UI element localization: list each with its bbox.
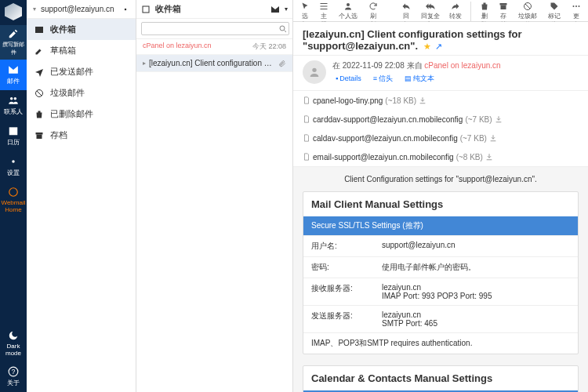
svg-point-13 bbox=[347, 3, 350, 6]
config-title: Client Configuration settings for "suppo… bbox=[303, 175, 579, 183]
plaintext-toggle[interactable]: ▤ 纯文本 bbox=[401, 74, 437, 84]
svg-rect-2 bbox=[9, 127, 18, 135]
message-list-pane: 收件箱 ▾ cPanel on lezaiyun.cn今天 22:08 ▸ [l… bbox=[136, 0, 293, 392]
cursor-icon bbox=[300, 2, 310, 11]
nav-contacts[interactable]: 联系人 bbox=[0, 90, 27, 121]
account-gear-icon[interactable] bbox=[122, 5, 129, 13]
calendar-icon bbox=[8, 125, 19, 136]
user-icon bbox=[343, 2, 353, 11]
nav-mail[interactable]: 邮件 bbox=[0, 60, 27, 90]
headers-toggle[interactable]: ≡ 信头 bbox=[370, 74, 396, 84]
avatar-icon bbox=[308, 66, 321, 78]
message-subject: [lezaiyun.cn] Client configuration setti… bbox=[149, 59, 275, 67]
nav-darkmode[interactable]: Dark mode bbox=[0, 325, 27, 361]
folder-junk[interactable]: 垃圾邮件 bbox=[27, 82, 136, 103]
message-view: 选择 主题 个人选项 刷新 回复 回复全部 转发▾ 删除 存档 垃圾邮件 标记为… bbox=[293, 0, 588, 392]
spam-icon bbox=[523, 2, 532, 11]
sender-name[interactable]: cPanel on lezaiyun.cn bbox=[424, 61, 500, 70]
compose-icon[interactable] bbox=[270, 5, 280, 14]
panel-title: Calendar & Contacts Manual Settings bbox=[303, 366, 578, 390]
tag-icon bbox=[550, 2, 559, 11]
compose-button[interactable]: 撰写新邮件 bbox=[0, 25, 27, 60]
main-toolbar: 选择 主题 个人选项 刷新 回复 回复全部 转发▾ 删除 存档 垃圾邮件 标记为… bbox=[293, 0, 588, 22]
archive-action-icon bbox=[499, 2, 508, 11]
attachment-item[interactable]: cpanel-logo-tiny.png(~18 KB) bbox=[303, 96, 426, 105]
subject-row: [lezaiyun.cn] Client configuration setti… bbox=[293, 22, 588, 56]
svg-point-4 bbox=[9, 188, 18, 197]
svg-rect-10 bbox=[37, 134, 42, 139]
nav-settings[interactable]: 设置 bbox=[0, 151, 27, 182]
file-icon bbox=[303, 152, 310, 162]
chevron-down-icon: ▾ bbox=[33, 5, 36, 13]
file-icon bbox=[303, 96, 310, 105]
folder-archive[interactable]: 存档 bbox=[27, 125, 136, 146]
open-external-icon[interactable]: ↗ bbox=[435, 42, 442, 51]
svg-text:?: ? bbox=[12, 368, 16, 376]
svg-rect-9 bbox=[36, 132, 43, 135]
svg-point-20 bbox=[312, 68, 316, 72]
message-group-header: cPanel on lezaiyun.cn今天 22:08 bbox=[136, 39, 292, 55]
svg-rect-15 bbox=[500, 5, 506, 10]
paperclip-icon bbox=[278, 60, 286, 67]
attachment-item[interactable]: email-support@lezaiyun.cn.mobileconfig(~… bbox=[303, 152, 493, 162]
nav-about[interactable]: ? 关于 bbox=[0, 361, 27, 392]
file-icon bbox=[303, 133, 310, 143]
svg-point-3 bbox=[12, 160, 15, 163]
pencil-icon bbox=[8, 28, 19, 39]
download-icon[interactable] bbox=[495, 115, 503, 123]
svg-point-12 bbox=[280, 26, 285, 31]
download-icon[interactable] bbox=[489, 134, 497, 142]
nav-webmail-home[interactable]: Webmail Home bbox=[0, 182, 27, 218]
help-icon: ? bbox=[8, 366, 19, 377]
svg-rect-14 bbox=[499, 3, 506, 5]
account-address: support@lezaiyun.cn bbox=[41, 5, 117, 13]
message-item[interactable]: ▸ [lezaiyun.cn] Client configuration set… bbox=[136, 55, 292, 72]
junk-icon bbox=[34, 89, 44, 98]
attachment-item[interactable]: carddav-support@lezaiyun.cn.mobileconfig… bbox=[303, 114, 503, 124]
download-icon[interactable] bbox=[485, 153, 493, 161]
details-toggle[interactable]: ▪ Details bbox=[332, 74, 365, 82]
folder-pane: ▾ support@lezaiyun.cn 收件箱 草稿箱 已发送邮件 垃圾邮件… bbox=[27, 0, 136, 392]
folder-inbox[interactable]: 收件箱 bbox=[27, 19, 136, 40]
more-icon bbox=[572, 2, 581, 11]
download-icon[interactable] bbox=[419, 96, 426, 104]
nav-calendar[interactable]: 日历 bbox=[0, 121, 27, 151]
archive-icon bbox=[34, 131, 44, 140]
gear-icon bbox=[8, 156, 19, 167]
mail-settings-panel: Mail Client Manual Settings Secure SSL/T… bbox=[303, 191, 579, 354]
folder-sent[interactable]: 已发送邮件 bbox=[27, 61, 136, 82]
draft-icon bbox=[34, 46, 44, 56]
svg-point-19 bbox=[578, 5, 579, 7]
panel-band: Secure SSL/TLS Settings (推荐) bbox=[303, 216, 578, 235]
search-icon[interactable] bbox=[278, 24, 288, 34]
forward-icon bbox=[451, 2, 460, 11]
svg-point-0 bbox=[10, 97, 13, 100]
mail-icon bbox=[8, 64, 19, 75]
meta-line: 在 2022-11-09 22:08 来自 cPanel on lezaiyun… bbox=[332, 60, 501, 71]
attachment-item[interactable]: caldav-support@lezaiyun.cn.mobileconfig(… bbox=[303, 133, 497, 143]
app-sidebar: 撰写新邮件 邮件 联系人 日历 设置 Webmail Home Dark mod… bbox=[0, 0, 27, 392]
svg-rect-11 bbox=[143, 6, 149, 13]
delete-icon bbox=[480, 2, 489, 11]
trash-icon bbox=[34, 110, 44, 119]
app-logo-icon bbox=[5, 3, 22, 20]
message-body: Client Configuration settings for "suppo… bbox=[293, 167, 588, 392]
folder-trash[interactable]: 已删除邮件 bbox=[27, 103, 136, 125]
account-row[interactable]: ▾ support@lezaiyun.cn bbox=[27, 0, 136, 19]
contacts-icon bbox=[8, 95, 19, 106]
reply-icon bbox=[401, 2, 411, 11]
refresh-icon bbox=[368, 2, 378, 11]
subject-text: [lezaiyun.cn] Client configuration setti… bbox=[303, 28, 522, 52]
folder-drafts[interactable]: 草稿箱 bbox=[27, 40, 136, 61]
reply-all-icon bbox=[426, 2, 435, 11]
svg-point-18 bbox=[575, 5, 577, 7]
webmail-icon bbox=[8, 187, 19, 198]
calendar-settings-panel: Calendar & Contacts Manual Settings Secu… bbox=[303, 365, 579, 392]
list-menu-icon[interactable]: ▾ bbox=[285, 5, 288, 13]
panel-title: Mail Client Manual Settings bbox=[303, 192, 578, 216]
search-input[interactable] bbox=[141, 22, 289, 35]
select-all-icon[interactable] bbox=[141, 5, 151, 14]
svg-point-7 bbox=[125, 8, 127, 10]
list-title: 收件箱 bbox=[155, 3, 266, 15]
star-icon[interactable]: ★ bbox=[423, 42, 431, 51]
